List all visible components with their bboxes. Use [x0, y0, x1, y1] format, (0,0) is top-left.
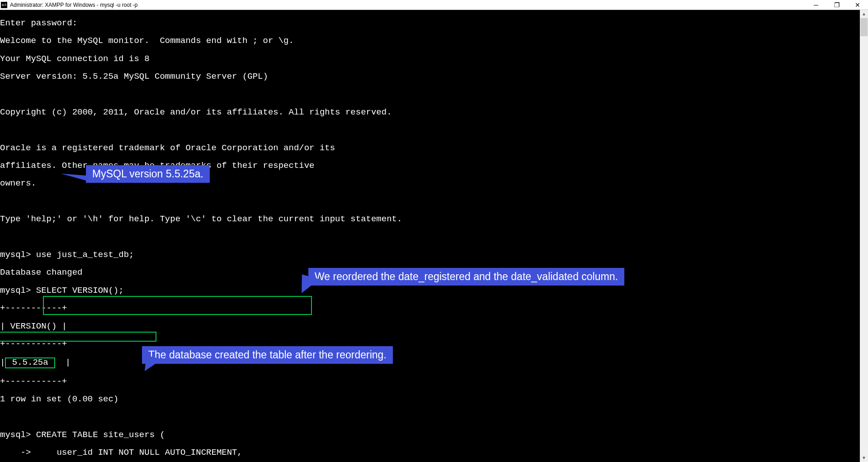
vertical-scrollbar[interactable]: ▲ ▼ [860, 10, 868, 462]
term-line: | VERSION() | [0, 322, 868, 331]
scroll-thumb[interactable] [860, 18, 868, 36]
term-line: -> user_id INT NOT NULL AUTO_INCREMENT, [0, 448, 868, 457]
term-line: Server version: 5.5.25a MySQL Community … [0, 72, 868, 81]
scroll-up-button[interactable]: ▲ [860, 10, 868, 18]
term-line: Your MySQL connection id is 8 [0, 55, 868, 64]
maximize-button[interactable]: ❐ [826, 0, 847, 10]
window-title: Administrator: XAMPP for Windows - mysql… [10, 2, 138, 8]
term-line-version: | 5.5.25a | [0, 357, 868, 368]
term-line: Enter password: [0, 19, 868, 28]
cmd-icon: c:\ [1, 2, 7, 8]
term-line: mysql> use just_a_test_db; [0, 251, 868, 260]
term-line: 1 row in set (0.00 sec) [0, 395, 868, 404]
term-line: +-----------+ [0, 340, 868, 349]
term-line: Copyright (c) 2000, 2011, Oracle and/or … [0, 108, 868, 117]
window-titlebar: c:\ Administrator: XAMPP for Windows - m… [0, 0, 868, 10]
term-line: +-----------+ [0, 304, 868, 313]
term-line: Type 'help;' or '\h' for help. Type '\c'… [0, 215, 868, 224]
close-button[interactable]: ✕ [847, 0, 868, 10]
terminal-output[interactable]: Enter password: Welcome to the MySQL mon… [0, 10, 868, 462]
term-line: +-----------+ [0, 377, 868, 386]
term-line: mysql> SELECT VERSION(); [0, 286, 868, 295]
scroll-down-button[interactable]: ▼ [860, 454, 868, 462]
term-line: Oracle is a registered trademark of Orac… [0, 144, 868, 153]
window-controls: ─ ❐ ✕ [806, 0, 868, 10]
callout-reorder: We reordered the date_registered and the… [308, 268, 624, 286]
callout-version: MySQL version 5.5.25a. [86, 165, 210, 183]
term-line: Welcome to the MySQL monitor. Commands e… [0, 37, 868, 46]
version-highlight: 5.5.25a [5, 357, 55, 368]
titlebar-left: c:\ Administrator: XAMPP for Windows - m… [0, 2, 138, 8]
minimize-button[interactable]: ─ [806, 0, 826, 10]
callout-created: The database created the table after the… [142, 346, 393, 364]
term-line: mysql> CREATE TABLE site_users ( [0, 431, 868, 440]
